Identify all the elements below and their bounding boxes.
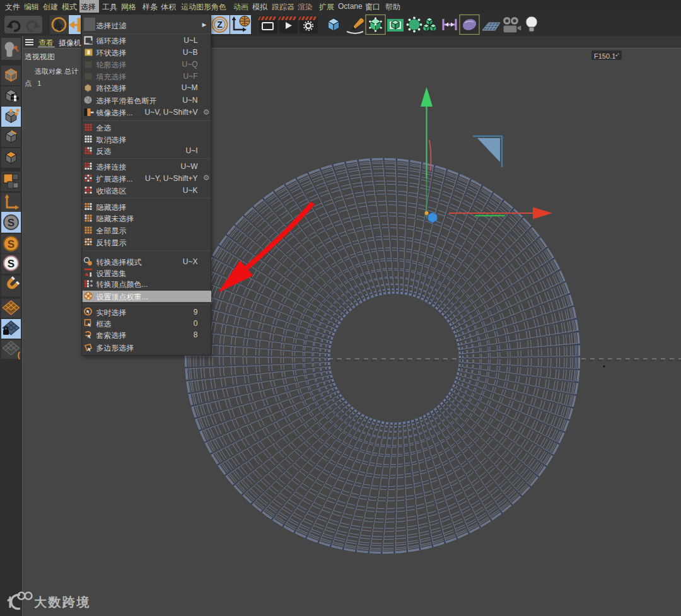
svg-text:S: S [8,238,15,250]
svg-text:大数跨境: 大数跨境 [34,595,91,609]
svg-text:(): () [16,351,23,360]
svg-text:S: S [8,217,15,229]
svg-text:S: S [8,258,15,270]
svg-text:Z: Z [217,20,223,30]
